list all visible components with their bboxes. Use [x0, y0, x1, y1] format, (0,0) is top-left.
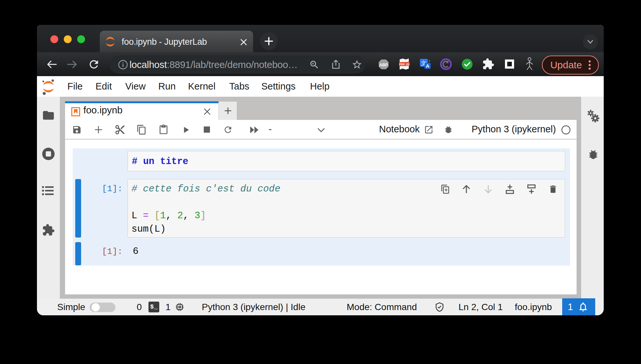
svg-text:A: A — [426, 63, 429, 69]
svg-text:PDF JS: PDF JS — [399, 63, 409, 66]
svg-text:ABP: ABP — [379, 63, 388, 67]
